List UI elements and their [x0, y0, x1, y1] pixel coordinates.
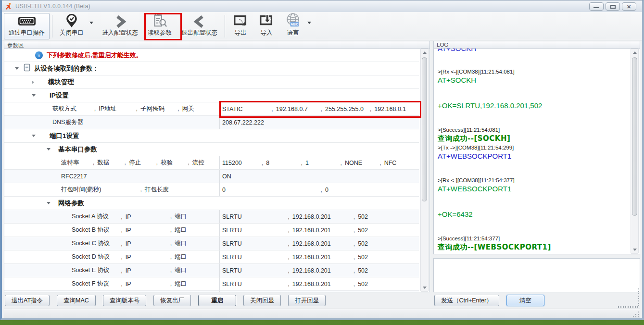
- send-button[interactable]: 发送（Ctrl+Enter）: [434, 295, 499, 306]
- parameter-scrollbar[interactable]: [420, 49, 429, 292]
- param-value[interactable]: SLRTU: [222, 267, 288, 274]
- param-value[interactable]: ,502: [354, 267, 419, 274]
- close-button[interactable]: ✕: [622, 2, 636, 11]
- toolbar-button-read-params[interactable]: 读取参数: [143, 13, 177, 39]
- log-entry: >[Success][11:21:54:377]: [438, 236, 625, 241]
- toolbar-button-language[interactable]: ABC语言: [279, 13, 306, 39]
- param-value[interactable]: ,255.255.255.0: [321, 106, 370, 112]
- param-value[interactable]: ,502: [354, 254, 419, 261]
- param-label: ,网关: [177, 105, 219, 113]
- tree-section-网络参数[interactable]: 网络参数: [4, 197, 419, 210]
- toolbar-button-label: 导出: [235, 29, 247, 37]
- scrollbar-thumb[interactable]: [632, 57, 637, 216]
- param-value[interactable]: 0: [222, 187, 321, 193]
- tree-section-端口1设置[interactable]: 端口1设置: [4, 129, 419, 143]
- param-row-Socket C 协议: Socket C 协议,IP,端口SLRTU,192.168.0.201,502: [4, 237, 419, 250]
- app-logo-icon: [5, 2, 13, 10]
- param-label: ,IP: [121, 213, 170, 220]
- parameter-actions: 退出AT指令查询MAC查询版本号恢复出厂重启关闭回显打开回显: [4, 292, 430, 309]
- param-value[interactable]: SLRTU: [222, 254, 288, 261]
- param-value[interactable]: ,8: [262, 160, 301, 166]
- collapse-arrow-icon[interactable]: [32, 94, 36, 97]
- param-value[interactable]: SLRTU: [222, 227, 288, 234]
- exit-at-button[interactable]: 退出AT指令: [5, 295, 50, 306]
- param-value[interactable]: SLRTU: [222, 240, 288, 247]
- param-value[interactable]: ,0: [321, 187, 419, 193]
- command-input[interactable]: [433, 258, 640, 293]
- echo-on-button[interactable]: 打开回显: [288, 295, 326, 306]
- param-value[interactable]: ,502: [354, 213, 419, 220]
- param-label: ,端口: [170, 239, 219, 248]
- toolbar-button-close-serial[interactable]: 关闭串口: [55, 13, 88, 39]
- toolbar-button-enter-config[interactable]: 进入配置状态: [97, 13, 143, 39]
- scroll-down-icon[interactable]: [421, 284, 428, 291]
- toolbar-button-serial-operate[interactable]: 通过串口操作: [4, 13, 50, 39]
- param-row-波特率: 波特率,数据,停止,校验,流控115200,8,1,NONE,NFC: [4, 156, 419, 170]
- param-label: ,端口: [170, 266, 219, 275]
- param-value[interactable]: 208.67.222.222: [222, 119, 419, 126]
- param-value[interactable]: ,1: [301, 160, 341, 166]
- param-value[interactable]: ,502: [354, 281, 419, 288]
- toolbar-button-import[interactable]: 导入: [253, 13, 279, 39]
- collapse-arrow-icon[interactable]: [47, 202, 51, 204]
- log-scrollbar[interactable]: [631, 49, 639, 254]
- param-value[interactable]: ,NFC: [379, 160, 419, 166]
- toolbar-separator: [225, 15, 225, 38]
- param-value[interactable]: STATIC: [222, 106, 271, 112]
- tree-section-IP设置[interactable]: IP设置: [4, 89, 419, 102]
- minimize-button[interactable]: [589, 2, 604, 11]
- query-mac-button[interactable]: 查询MAC: [57, 295, 96, 306]
- scroll-down-icon[interactable]: [631, 246, 638, 253]
- maximize-button[interactable]: [606, 2, 620, 11]
- vertical-splitter[interactable]: [430, 41, 433, 309]
- param-value[interactable]: ON: [222, 173, 419, 180]
- toolbar-button-export[interactable]: 导出: [227, 13, 253, 39]
- collapse-arrow-icon[interactable]: [15, 67, 19, 70]
- restart-button[interactable]: 重启: [198, 295, 236, 306]
- query-version-button[interactable]: 查询版本号: [103, 295, 147, 306]
- echo-off-button[interactable]: 关闭回显: [243, 295, 281, 306]
- chevron-down-icon[interactable]: [306, 13, 315, 39]
- param-value[interactable]: SLRTU: [222, 281, 288, 288]
- scrollbar-thumb[interactable]: [422, 57, 427, 201]
- toolbar: 通过串口操作关闭串口进入配置状态读取参数退出配置状态导出导入ABC语言: [2, 12, 642, 40]
- scroll-up-icon[interactable]: [421, 49, 428, 56]
- log-entry: 查询成功--[SOCKH]: [438, 134, 625, 143]
- scroll-up-icon[interactable]: [631, 49, 638, 56]
- param-value[interactable]: ,192.168.0.201: [288, 281, 353, 288]
- toolbar-button-label: 进入配置状态: [102, 29, 138, 37]
- param-value[interactable]: ,192.168.0.201: [288, 254, 353, 261]
- param-value[interactable]: ,502: [354, 227, 419, 234]
- log-entry: +OK=SLRTU,192.168.0.201,502: [438, 101, 625, 110]
- param-value[interactable]: ,502: [354, 240, 419, 247]
- log-view-container: AT+SOCKH>[Rx <-][COM38][11:21:54:081]AT+…: [433, 49, 640, 254]
- resize-grip-icon[interactable]: [633, 311, 639, 317]
- export-icon: [232, 13, 249, 28]
- param-value[interactable]: 115200: [222, 160, 262, 166]
- param-row-clipped: ,,: [4, 291, 419, 292]
- tree-section-模块管理[interactable]: 模块管理: [4, 75, 419, 89]
- collapse-arrow-icon[interactable]: [32, 135, 36, 137]
- tree-section-基本串口参数[interactable]: 基本串口参数: [4, 143, 419, 156]
- param-value[interactable]: ,192.168.0.201: [288, 213, 353, 220]
- tree-section-从设备读取到的参数 :[interactable]: 从设备读取到的参数 :: [4, 62, 419, 75]
- param-value[interactable]: ,192.168.0.7: [271, 106, 320, 112]
- param-value[interactable]: ,: [321, 291, 419, 292]
- param-value[interactable]: ,192.168.0.201: [288, 240, 353, 247]
- param-value[interactable]: SLRTU: [222, 213, 288, 220]
- param-value[interactable]: ,192.168.0.1: [370, 106, 419, 112]
- expand-arrow-icon[interactable]: [32, 80, 34, 84]
- collapse-arrow-icon[interactable]: [47, 148, 51, 150]
- chevron-down-icon[interactable]: [88, 13, 97, 39]
- param-label: DNS服务器: [52, 118, 219, 126]
- param-label: Socket D 协议: [72, 253, 121, 261]
- param-value[interactable]: ,NONE: [340, 160, 379, 166]
- toolbar-button-exit-config[interactable]: 退出配置状态: [177, 13, 222, 39]
- clear-button[interactable]: 清空: [506, 295, 544, 306]
- param-value[interactable]: ,192.168.0.201: [288, 227, 353, 234]
- param-label: 波特率: [61, 159, 93, 167]
- param-value[interactable]: ,192.168.0.201: [288, 267, 353, 274]
- horizontal-splitter[interactable]: [433, 254, 640, 258]
- title-bar[interactable]: USR-ETH V1.0.0.144 (Beta) ✕: [2, 0, 642, 12]
- factory-reset-button[interactable]: 恢复出厂: [153, 295, 191, 306]
